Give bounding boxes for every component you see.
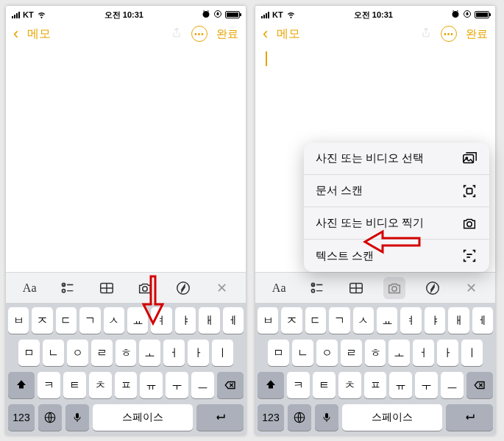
key-ㅅ[interactable]: ㅅ [104,307,124,334]
key-ㅋ[interactable]: ㅋ [287,372,310,398]
key-ㄹ[interactable]: ㄹ [341,340,362,366]
popup-item-take-photo[interactable]: 사진 또는 비디오 찍기 [304,207,489,240]
key-ㅗ[interactable]: ㅗ [388,340,410,366]
key-ㅇ[interactable]: ㅇ [67,340,88,366]
svg-rect-7 [76,413,79,418]
key-ㅏ[interactable]: ㅏ [188,340,209,366]
key-ㅠ[interactable]: ㅠ [389,372,412,398]
mic-key[interactable] [315,404,338,431]
done-button[interactable]: 완료 [466,27,488,41]
key-ㅏ[interactable]: ㅏ [437,340,458,366]
backspace-key[interactable] [466,372,493,398]
key-ㅌ[interactable]: ㅌ [63,372,86,398]
back-button[interactable]: ‹ 메모 [263,26,300,42]
key-ㅜ[interactable]: ㅜ [415,372,438,398]
keyboard-row-1: ㅂㅈㄷㄱㅅㅛㅕㅑㅐㅔ [258,307,493,334]
key-ㄴ[interactable]: ㄴ [43,340,64,366]
key-ㄹ[interactable]: ㄹ [91,340,113,366]
key-ㄱ[interactable]: ㄱ [329,307,349,334]
table-button[interactable] [96,277,118,299]
popup-item-label: 사진 또는 비디오 찍기 [316,216,424,230]
key-ㅐ[interactable]: ㅐ [199,307,219,334]
key-ㄷ[interactable]: ㄷ [56,307,77,334]
backspace-key[interactable] [217,372,244,398]
key-ㅌ[interactable]: ㅌ [313,372,336,398]
nav-bar: ‹ 메모 ••• 완료 [6,21,246,47]
popup-item-scan-text[interactable]: 텍스트 스캔 [304,240,489,272]
key-ㅂ[interactable]: ㅂ [258,307,278,334]
key-ㅊ[interactable]: ㅊ [338,372,361,398]
key-ㅛ[interactable]: ㅛ [377,307,397,334]
space-key[interactable]: 스페이스 [342,404,442,431]
key-ㅣ[interactable]: ㅣ [212,340,233,366]
table-button[interactable] [345,277,367,299]
key-ㅈ[interactable]: ㅈ [32,307,52,334]
share-button[interactable] [420,26,432,43]
shift-key[interactable] [8,372,35,398]
key-ㅊ[interactable]: ㅊ [89,372,112,398]
mic-key[interactable] [65,404,89,431]
more-button[interactable]: ••• [441,26,457,42]
key-ㅣ[interactable]: ㅣ [461,340,483,366]
return-key[interactable] [446,404,493,431]
key-ㅈ[interactable]: ㅈ [281,307,302,334]
key-ㅔ[interactable]: ㅔ [472,307,493,334]
space-key[interactable]: 스페이스 [93,404,193,431]
keyboard-row-1: ㅂㅈㄷㄱㅅㅛㅕㅑㅐㅔ [8,307,244,334]
key-ㅑ[interactable]: ㅑ [425,307,445,334]
key-ㅠ[interactable]: ㅠ [140,372,163,398]
done-button[interactable]: 완료 [216,27,238,41]
close-keyboard-button[interactable]: ✕ [211,277,233,299]
key-ㅅ[interactable]: ㅅ [353,307,374,334]
alarm-icon [451,10,460,20]
globe-key[interactable] [288,404,311,431]
key-ㅍ[interactable]: ㅍ [364,372,387,398]
numbers-key[interactable]: 123 [8,404,35,431]
popup-item-scan-document[interactable]: 문서 스캔 [304,175,489,207]
key-ㅎ[interactable]: ㅎ [116,340,137,366]
key-ㅍ[interactable]: ㅍ [115,372,138,398]
key-ㅁ[interactable]: ㅁ [268,340,289,366]
camera-button[interactable] [383,277,405,299]
key-ㅓ[interactable]: ㅓ [163,340,185,366]
key-ㅗ[interactable]: ㅗ [139,340,160,366]
key-ㅕ[interactable]: ㅕ [400,307,421,334]
key-ㄷ[interactable]: ㄷ [305,307,326,334]
note-content[interactable] [6,47,246,272]
carrier-label: KT [23,10,34,19]
back-button[interactable]: ‹ 메모 [13,26,51,42]
text-style-button[interactable]: Aa [18,277,40,299]
key-ㅋ[interactable]: ㅋ [38,372,60,398]
key-ㅑ[interactable]: ㅑ [175,307,196,334]
key-ㅓ[interactable]: ㅓ [413,340,434,366]
key-ㅛ[interactable]: ㅛ [127,307,148,334]
popup-item-choose-photo[interactable]: 사진 또는 비디오 선택 [304,143,489,175]
key-ㄱ[interactable]: ㄱ [79,307,100,334]
note-content[interactable]: 사진 또는 비디오 선택 문서 스캔 사진 또는 비디오 찍기 텍스트 스캔 [255,47,495,272]
key-ㅕ[interactable]: ㅕ [151,307,171,334]
key-ㅔ[interactable]: ㅔ [223,307,244,334]
more-button[interactable]: ••• [191,26,207,42]
close-keyboard-button[interactable]: ✕ [461,277,483,299]
return-key[interactable] [196,404,244,431]
checklist-button[interactable] [306,277,328,299]
camera-button[interactable] [134,277,156,299]
key-ㅡ[interactable]: ㅡ [191,372,214,398]
key-ㅇ[interactable]: ㅇ [316,340,338,366]
key-ㅡ[interactable]: ㅡ [441,372,464,398]
photo-library-icon [461,151,478,167]
share-button[interactable] [171,26,182,43]
checklist-button[interactable] [57,277,79,299]
text-style-button[interactable]: Aa [268,277,290,299]
key-ㅁ[interactable]: ㅁ [18,340,40,366]
key-ㅐ[interactable]: ㅐ [448,307,469,334]
markup-button[interactable] [422,277,444,299]
numbers-key[interactable]: 123 [258,404,284,431]
key-ㅂ[interactable]: ㅂ [8,307,29,334]
key-ㄴ[interactable]: ㄴ [292,340,313,366]
key-ㅎ[interactable]: ㅎ [365,340,386,366]
shift-key[interactable] [258,372,284,398]
globe-key[interactable] [38,404,62,431]
key-ㅜ[interactable]: ㅜ [166,372,188,398]
markup-button[interactable] [172,277,194,299]
